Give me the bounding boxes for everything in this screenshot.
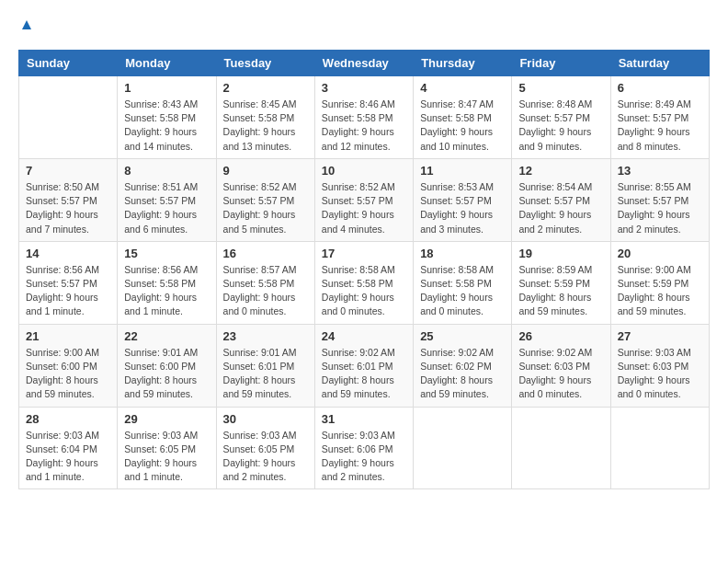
- day-info: Sunrise: 9:02 AM Sunset: 6:03 PM Dayligh…: [518, 346, 603, 402]
- calendar-cell: 16Sunrise: 8:57 AM Sunset: 5:58 PM Dayli…: [216, 241, 314, 324]
- day-info: Sunrise: 8:56 AM Sunset: 5:57 PM Dayligh…: [26, 263, 110, 319]
- calendar-cell: 11Sunrise: 8:53 AM Sunset: 5:57 PM Dayli…: [414, 158, 512, 241]
- calendar-cell: 6Sunrise: 8:49 AM Sunset: 5:57 PM Daylig…: [610, 76, 709, 159]
- day-number: 11: [420, 164, 505, 178]
- svg-marker-0: [22, 20, 31, 29]
- calendar-cell: 23Sunrise: 9:01 AM Sunset: 6:01 PM Dayli…: [216, 324, 314, 407]
- weekday-header-friday: Friday: [512, 51, 610, 76]
- calendar-cell: [414, 407, 512, 489]
- day-info: Sunrise: 8:45 AM Sunset: 5:58 PM Dayligh…: [223, 98, 308, 154]
- day-number: 30: [223, 412, 308, 426]
- day-info: Sunrise: 8:57 AM Sunset: 5:58 PM Dayligh…: [223, 263, 308, 319]
- calendar-cell: 29Sunrise: 9:03 AM Sunset: 6:05 PM Dayli…: [118, 407, 216, 489]
- day-number: 7: [26, 164, 110, 178]
- day-info: Sunrise: 8:58 AM Sunset: 5:58 PM Dayligh…: [420, 263, 505, 319]
- calendar-cell: 24Sunrise: 9:02 AM Sunset: 6:01 PM Dayli…: [314, 324, 413, 407]
- day-info: Sunrise: 8:49 AM Sunset: 5:57 PM Dayligh…: [618, 98, 702, 154]
- day-number: 23: [223, 329, 308, 343]
- day-info: Sunrise: 9:01 AM Sunset: 6:00 PM Dayligh…: [124, 346, 209, 402]
- calendar-cell: 19Sunrise: 8:59 AM Sunset: 5:59 PM Dayli…: [512, 241, 610, 324]
- calendar-week-1: 1Sunrise: 8:43 AM Sunset: 5:58 PM Daylig…: [19, 76, 710, 159]
- day-info: Sunrise: 9:00 AM Sunset: 6:00 PM Dayligh…: [26, 346, 110, 402]
- calendar-cell: 4Sunrise: 8:47 AM Sunset: 5:58 PM Daylig…: [414, 76, 512, 159]
- day-number: 13: [618, 164, 702, 178]
- weekday-header-tuesday: Tuesday: [216, 51, 314, 76]
- day-info: Sunrise: 9:03 AM Sunset: 6:05 PM Dayligh…: [124, 429, 209, 485]
- day-number: 4: [420, 81, 505, 95]
- calendar-cell: 20Sunrise: 9:00 AM Sunset: 5:59 PM Dayli…: [610, 241, 709, 324]
- calendar-cell: 31Sunrise: 9:03 AM Sunset: 6:06 PM Dayli…: [314, 407, 413, 489]
- day-number: 22: [124, 329, 209, 343]
- calendar-cell: 30Sunrise: 9:03 AM Sunset: 6:05 PM Dayli…: [216, 407, 314, 489]
- day-number: 18: [420, 247, 505, 260]
- calendar-cell: 12Sunrise: 8:54 AM Sunset: 5:57 PM Dayli…: [512, 158, 610, 241]
- day-info: Sunrise: 9:03 AM Sunset: 6:06 PM Dayligh…: [322, 429, 406, 485]
- calendar-cell: 28Sunrise: 9:03 AM Sunset: 6:04 PM Dayli…: [19, 407, 118, 489]
- calendar-cell: 25Sunrise: 9:02 AM Sunset: 6:02 PM Dayli…: [414, 324, 512, 407]
- day-number: 27: [618, 329, 702, 343]
- weekday-header-thursday: Thursday: [414, 51, 512, 76]
- day-info: Sunrise: 8:43 AM Sunset: 5:58 PM Dayligh…: [124, 98, 209, 154]
- weekday-header-sunday: Sunday: [19, 51, 118, 76]
- calendar-cell: 14Sunrise: 8:56 AM Sunset: 5:57 PM Dayli…: [19, 241, 118, 324]
- day-info: Sunrise: 8:59 AM Sunset: 5:59 PM Dayligh…: [518, 263, 603, 319]
- day-info: Sunrise: 8:53 AM Sunset: 5:57 PM Dayligh…: [420, 180, 505, 236]
- calendar-cell: 26Sunrise: 9:02 AM Sunset: 6:03 PM Dayli…: [512, 324, 610, 407]
- calendar-cell: 15Sunrise: 8:56 AM Sunset: 5:58 PM Dayli…: [118, 241, 216, 324]
- day-info: Sunrise: 9:02 AM Sunset: 6:01 PM Dayligh…: [322, 346, 406, 402]
- day-number: 16: [223, 247, 308, 260]
- day-info: Sunrise: 8:50 AM Sunset: 5:57 PM Dayligh…: [26, 180, 110, 236]
- day-info: Sunrise: 9:02 AM Sunset: 6:02 PM Dayligh…: [420, 346, 505, 402]
- day-number: 2: [223, 81, 308, 95]
- calendar-cell: 17Sunrise: 8:58 AM Sunset: 5:58 PM Dayli…: [314, 241, 413, 324]
- day-number: 17: [322, 247, 406, 260]
- day-number: 26: [518, 329, 603, 343]
- calendar-cell: 13Sunrise: 8:55 AM Sunset: 5:57 PM Dayli…: [610, 158, 709, 241]
- day-info: Sunrise: 9:03 AM Sunset: 6:04 PM Dayligh…: [26, 429, 110, 485]
- calendar-cell: 3Sunrise: 8:46 AM Sunset: 5:58 PM Daylig…: [314, 76, 413, 159]
- day-number: 12: [518, 164, 603, 178]
- day-info: Sunrise: 8:56 AM Sunset: 5:58 PM Dayligh…: [124, 263, 209, 319]
- calendar-cell: [610, 407, 709, 489]
- page-header: [18, 18, 710, 35]
- weekday-header-row: SundayMondayTuesdayWednesdayThursdayFrid…: [19, 51, 710, 76]
- day-number: 25: [420, 329, 505, 343]
- day-info: Sunrise: 9:03 AM Sunset: 6:03 PM Dayligh…: [618, 346, 702, 402]
- day-number: 31: [322, 412, 406, 426]
- weekday-header-monday: Monday: [118, 51, 216, 76]
- calendar-cell: 2Sunrise: 8:45 AM Sunset: 5:58 PM Daylig…: [216, 76, 314, 159]
- day-info: Sunrise: 8:58 AM Sunset: 5:58 PM Dayligh…: [322, 263, 406, 319]
- calendar-cell: 7Sunrise: 8:50 AM Sunset: 5:57 PM Daylig…: [19, 158, 118, 241]
- day-number: 8: [124, 164, 209, 178]
- day-info: Sunrise: 9:01 AM Sunset: 6:01 PM Dayligh…: [223, 346, 308, 402]
- calendar-cell: 18Sunrise: 8:58 AM Sunset: 5:58 PM Dayli…: [414, 241, 512, 324]
- calendar-week-3: 14Sunrise: 8:56 AM Sunset: 5:57 PM Dayli…: [19, 241, 710, 324]
- calendar-week-2: 7Sunrise: 8:50 AM Sunset: 5:57 PM Daylig…: [19, 158, 710, 241]
- day-number: 1: [124, 81, 209, 95]
- calendar-week-5: 28Sunrise: 9:03 AM Sunset: 6:04 PM Dayli…: [19, 407, 710, 489]
- day-number: 15: [124, 247, 209, 260]
- calendar-week-4: 21Sunrise: 9:00 AM Sunset: 6:00 PM Dayli…: [19, 324, 710, 407]
- weekday-header-wednesday: Wednesday: [314, 51, 413, 76]
- calendar-cell: [512, 407, 610, 489]
- day-number: 29: [124, 412, 209, 426]
- day-number: 24: [322, 329, 406, 343]
- day-info: Sunrise: 9:03 AM Sunset: 6:05 PM Dayligh…: [223, 429, 308, 485]
- day-info: Sunrise: 8:55 AM Sunset: 5:57 PM Dayligh…: [618, 180, 702, 236]
- calendar-cell: 10Sunrise: 8:52 AM Sunset: 5:57 PM Dayli…: [314, 158, 413, 241]
- day-number: 10: [322, 164, 406, 178]
- day-info: Sunrise: 8:46 AM Sunset: 5:58 PM Dayligh…: [322, 98, 406, 154]
- day-number: 28: [26, 412, 110, 426]
- weekday-header-saturday: Saturday: [610, 51, 709, 76]
- day-info: Sunrise: 8:48 AM Sunset: 5:57 PM Dayligh…: [518, 98, 603, 154]
- logo: [18, 18, 33, 35]
- calendar-table: SundayMondayTuesdayWednesdayThursdayFrid…: [18, 50, 710, 489]
- day-info: Sunrise: 8:52 AM Sunset: 5:57 PM Dayligh…: [322, 180, 406, 236]
- day-info: Sunrise: 8:54 AM Sunset: 5:57 PM Dayligh…: [518, 180, 603, 236]
- day-info: Sunrise: 8:47 AM Sunset: 5:58 PM Dayligh…: [420, 98, 505, 154]
- calendar-cell: 9Sunrise: 8:52 AM Sunset: 5:57 PM Daylig…: [216, 158, 314, 241]
- day-number: 6: [618, 81, 702, 95]
- calendar-cell: 27Sunrise: 9:03 AM Sunset: 6:03 PM Dayli…: [610, 324, 709, 407]
- day-number: 5: [518, 81, 603, 95]
- day-number: 14: [26, 247, 110, 260]
